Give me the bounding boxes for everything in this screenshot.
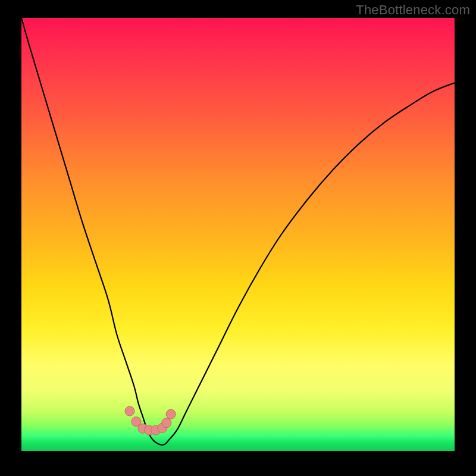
marker-cluster xyxy=(125,406,176,435)
chart-frame: TheBottleneck.com xyxy=(0,0,476,476)
bottleneck-curve xyxy=(21,18,455,445)
chart-svg xyxy=(21,18,455,451)
data-marker xyxy=(166,409,176,419)
data-marker xyxy=(162,418,171,428)
data-marker xyxy=(125,406,134,416)
watermark-text: TheBottleneck.com xyxy=(356,2,470,18)
plot-area xyxy=(21,18,455,451)
